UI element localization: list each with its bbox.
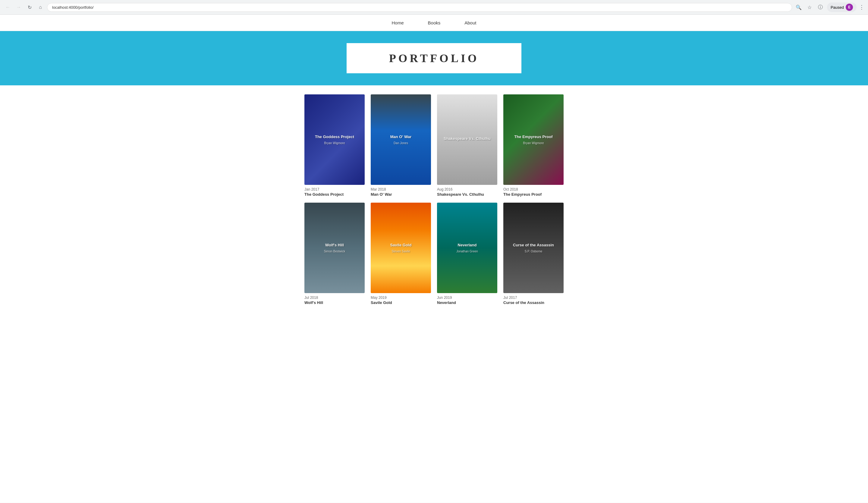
book-cover: The Goddess Project Bryan Wigmore [304,94,365,185]
book-date: Jun 2019 [437,296,497,300]
site-nav: Home Books About [0,15,868,31]
book-item[interactable]: Savile Gold Steven Savile May 2019 Savil… [371,203,431,305]
book-cover: Savile Gold Steven Savile [371,203,431,293]
book-title: Man O' War [371,192,431,197]
book-cover-author: Bryan Wigmore [523,142,544,145]
back-button[interactable]: ← [3,3,12,11]
bookmark-button[interactable]: ☆ [805,3,814,11]
book-cover: Neverland Jonathan Green [437,203,497,293]
book-item[interactable]: Curse of the Assassin S.P. Osborne Jul 2… [503,203,564,305]
book-title: Shakespeare Vs. Cthulhu [437,192,497,197]
book-date: Jan 2017 [304,187,365,192]
book-date: Mar 2018 [371,187,431,192]
book-cover: Shakespeare Vs. Cthulhu [437,94,497,185]
hero-title: PORTFOLIO [371,52,497,65]
hero-box: PORTFOLIO [347,43,521,73]
book-title: The Empyreus Proof [503,192,564,197]
book-cover-title: Neverland [458,243,477,248]
book-cover-author: Jonathan Green [456,250,478,253]
book-date: Jul 2017 [503,296,564,300]
paused-badge: Paused E [827,2,857,12]
avatar-letter: E [848,5,850,9]
book-date: Aug 2016 [437,187,497,192]
nav-home[interactable]: Home [392,20,404,25]
book-cover-title: The Empyreus Proof [514,134,552,140]
book-title: The Goddess Project [304,192,365,197]
book-cover-author: S.P. Osborne [525,250,542,253]
book-title: Curse of the Assassin [503,300,564,305]
book-title: Neverland [437,300,497,305]
browser-actions: 🔍 ☆ ⓘ Paused E ⋮ [794,2,865,12]
home-button[interactable]: ⌂ [36,3,45,11]
book-item[interactable]: Neverland Jonathan Green Jun 2019 Neverl… [437,203,497,305]
book-date: Oct 2018 [503,187,564,192]
book-cover-title: Man O' War [390,134,412,140]
address-bar[interactable]: localhost:4000/portfolio/ [47,3,792,12]
avatar: E [846,4,853,11]
book-cover: Wolf's Hill Simon Bestwick [304,203,365,293]
nav-about[interactable]: About [464,20,476,25]
book-cover-author: Simon Bestwick [324,250,345,253]
hero-section: PORTFOLIO [0,31,868,85]
book-cover-title: Curse of the Assassin [513,243,554,248]
nav-books[interactable]: Books [428,20,441,25]
browser-chrome: ← → ↻ ⌂ localhost:4000/portfolio/ 🔍 ☆ ⓘ … [0,0,868,15]
book-cover-title: Shakespeare Vs. Cthulhu [444,136,490,142]
page: Home Books About PORTFOLIO The Goddess P… [0,15,868,503]
book-cover-author: Dan Jones [394,142,408,145]
paused-label: Paused [831,5,844,10]
book-cover-title: Wolf's Hill [325,243,344,248]
profile-button[interactable]: ⓘ [816,3,825,11]
book-item[interactable]: Shakespeare Vs. Cthulhu Aug 2016 Shakesp… [437,94,497,197]
book-item[interactable]: The Empyreus Proof Bryan Wigmore Oct 201… [503,94,564,197]
book-cover-author: Steven Savile [392,250,410,253]
address-bar-url: localhost:4000/portfolio/ [52,5,787,10]
book-title: Savile Gold [371,300,431,305]
book-item[interactable]: Man O' War Dan Jones Mar 2018 Man O' War [371,94,431,197]
book-cover-title: The Goddess Project [315,134,354,140]
book-date: May 2019 [371,296,431,300]
book-cover-title: Savile Gold [390,243,412,248]
book-item[interactable]: The Goddess Project Bryan Wigmore Jan 20… [304,94,365,197]
book-cover: The Empyreus Proof Bryan Wigmore [503,94,564,185]
refresh-button[interactable]: ↻ [25,3,34,11]
book-title: Wolf's Hill [304,300,365,305]
book-cover: Curse of the Assassin S.P. Osborne [503,203,564,293]
forward-button[interactable]: → [14,3,23,11]
book-date: Jul 2018 [304,296,365,300]
search-button[interactable]: 🔍 [794,3,803,11]
book-item[interactable]: Wolf's Hill Simon Bestwick Jul 2018 Wolf… [304,203,365,305]
books-grid: The Goddess Project Bryan Wigmore Jan 20… [298,94,570,305]
book-cover: Man O' War Dan Jones [371,94,431,185]
book-cover-author: Bryan Wigmore [324,142,345,145]
menu-button[interactable]: ⋮ [859,4,865,11]
